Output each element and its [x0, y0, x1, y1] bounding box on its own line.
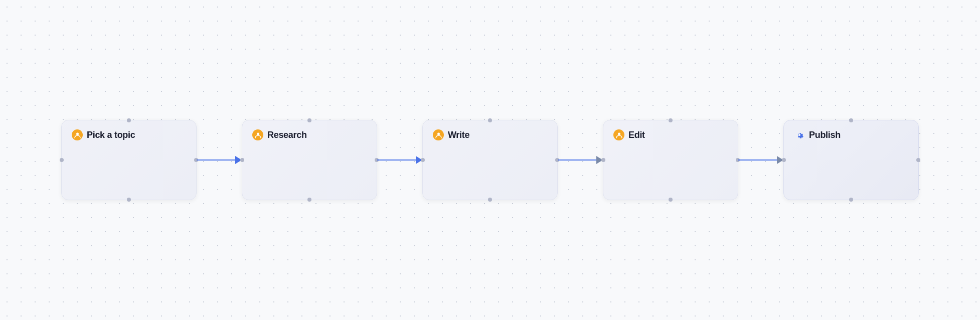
node-title-3: Write	[448, 130, 469, 140]
connector-3	[558, 156, 603, 164]
handle-bottom-2	[307, 198, 311, 202]
handle-left-4	[601, 158, 605, 162]
node-research[interactable]: Research	[242, 120, 377, 200]
handle-top-5	[849, 118, 853, 122]
handle-bottom-4	[669, 198, 673, 202]
node-write[interactable]: Write	[422, 120, 558, 200]
node-publish[interactable]: Publish	[783, 120, 919, 200]
handle-top-1	[127, 118, 131, 122]
node-wrapper-publish: Publish	[783, 120, 919, 200]
node-wrapper-research: Research	[242, 120, 377, 200]
connector-line-2	[377, 159, 416, 161]
node-wrapper-pick-a-topic: Pick a topic	[61, 120, 197, 200]
handle-left-3	[421, 158, 425, 162]
handle-bottom-3	[488, 198, 492, 202]
svg-point-0	[76, 132, 79, 135]
handle-top-3	[488, 118, 492, 122]
node-pick-a-topic[interactable]: Pick a topic	[61, 120, 197, 200]
node-title-1: Pick a topic	[87, 130, 135, 140]
connector-4	[738, 156, 783, 164]
handle-top-2	[307, 118, 311, 122]
svg-point-1	[257, 132, 259, 135]
node-wrapper-edit: Edit	[603, 120, 738, 200]
node-header-1: Pick a topic	[72, 129, 135, 140]
connector-1	[197, 156, 242, 164]
node-header-2: Research	[252, 129, 307, 140]
node-edit[interactable]: Edit	[603, 120, 738, 200]
connector-line-4	[738, 159, 777, 161]
node-header-5: Publish	[794, 129, 841, 140]
node-title-4: Edit	[628, 130, 645, 140]
svg-point-2	[437, 132, 440, 135]
node-title-5: Publish	[809, 130, 841, 140]
handle-right-5	[916, 158, 920, 162]
user-icon-1	[72, 129, 83, 140]
flow-container: Pick a topic	[61, 120, 919, 200]
node-header-4: Edit	[613, 129, 645, 140]
connector-2	[377, 156, 422, 164]
node-header-3: Write	[433, 129, 469, 140]
svg-point-4	[798, 134, 800, 136]
canvas: Pick a topic	[0, 0, 980, 320]
handle-left-1	[60, 158, 64, 162]
node-wrapper-write: Write	[422, 120, 558, 200]
handle-left-2	[240, 158, 244, 162]
node-title-2: Research	[267, 130, 307, 140]
gear-icon-5	[794, 129, 805, 140]
connector-line-3	[558, 159, 596, 161]
handle-left-5	[782, 158, 786, 162]
svg-point-3	[618, 132, 620, 135]
handle-bottom-5	[849, 198, 853, 202]
handle-top-4	[669, 118, 673, 122]
user-icon-2	[252, 129, 263, 140]
connector-line-1	[197, 159, 235, 161]
handle-bottom-1	[127, 198, 131, 202]
user-icon-3	[433, 129, 444, 140]
user-icon-4	[613, 129, 624, 140]
